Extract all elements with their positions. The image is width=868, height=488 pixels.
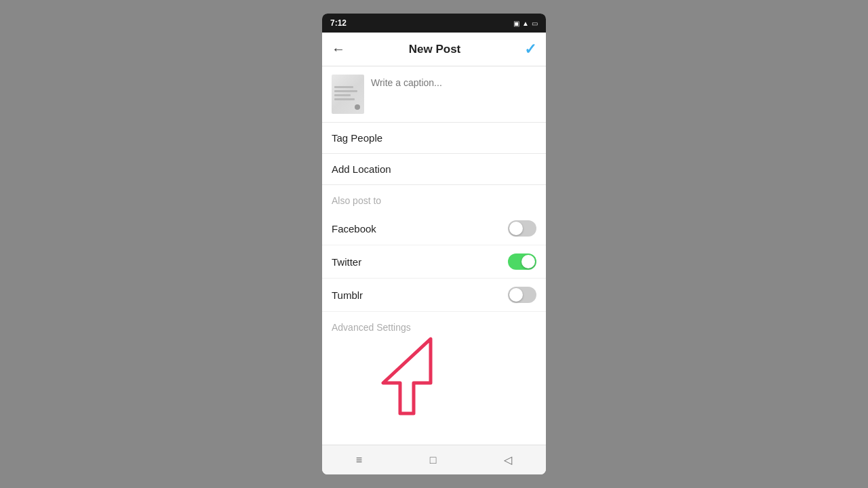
menu-nav-button[interactable]: ≡ bbox=[345, 449, 373, 472]
facebook-toggle[interactable] bbox=[508, 220, 536, 237]
header: ← New Post ✓ bbox=[322, 33, 546, 66]
also-post-to-section: Also post to bbox=[322, 185, 546, 212]
tag-people-row[interactable]: Tag People bbox=[322, 123, 546, 154]
back-nav-button[interactable]: ◁ bbox=[493, 448, 523, 472]
sim-icon: ▣ bbox=[513, 20, 519, 27]
back-button[interactable]: ← bbox=[332, 41, 345, 57]
add-location-row[interactable]: Add Location bbox=[322, 154, 546, 185]
tumblr-label: Tumblr bbox=[332, 289, 363, 301]
wifi-icon: ▲ bbox=[522, 20, 529, 27]
post-preview-row bbox=[322, 66, 546, 123]
tumblr-toggle-thumb bbox=[509, 288, 523, 302]
facebook-label: Facebook bbox=[332, 223, 376, 235]
advanced-settings-row[interactable]: Advanced Settings bbox=[322, 312, 546, 343]
also-post-to-label: Also post to bbox=[332, 195, 381, 206]
twitter-row: Twitter bbox=[322, 245, 546, 279]
twitter-toggle[interactable] bbox=[508, 253, 536, 270]
page-title: New Post bbox=[409, 43, 461, 56]
twitter-label: Twitter bbox=[332, 256, 361, 268]
twitter-toggle-thumb bbox=[521, 255, 535, 268]
tumblr-toggle[interactable] bbox=[508, 287, 536, 303]
status-time: 7:12 bbox=[330, 18, 347, 28]
advanced-settings-label: Advanced Settings bbox=[332, 322, 411, 333]
facebook-row: Facebook bbox=[322, 212, 546, 245]
facebook-toggle-thumb bbox=[509, 222, 523, 235]
tag-people-label: Tag People bbox=[332, 132, 382, 144]
home-nav-button[interactable]: □ bbox=[419, 449, 448, 472]
content-area: Tag People Add Location Also post to Fac… bbox=[322, 66, 546, 445]
status-bar: 7:12 ▣ ▲ ▭ bbox=[322, 14, 546, 33]
confirm-button[interactable]: ✓ bbox=[524, 41, 536, 58]
arrow-annotation bbox=[370, 332, 451, 420]
post-thumbnail bbox=[332, 75, 364, 114]
add-location-label: Add Location bbox=[332, 163, 391, 175]
battery-icon: ▭ bbox=[532, 20, 538, 27]
caption-input[interactable] bbox=[371, 75, 536, 91]
tumblr-row: Tumblr bbox=[322, 279, 546, 312]
bottom-nav: ≡ □ ◁ bbox=[322, 445, 546, 474]
status-icons: ▣ ▲ ▭ bbox=[513, 20, 538, 27]
